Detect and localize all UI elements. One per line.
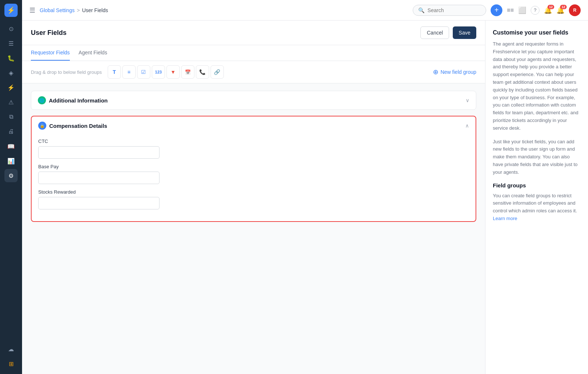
sidebar-item-inbox[interactable]: ☰ (4, 37, 18, 50)
page-title: User Fields (31, 29, 67, 37)
new-field-group-button[interactable]: ⊕ New field group (433, 68, 476, 76)
field-item-stocks-rewarded: Stocks Rewarded (38, 189, 469, 209)
search-icon: 🔍 (418, 7, 424, 13)
avatar[interactable]: R (569, 4, 581, 16)
search-box: 🔍 (413, 5, 486, 16)
panel-field-groups-desc: You can create field groups to restrict … (493, 192, 581, 223)
link-field-icon[interactable]: 🔗 (211, 65, 224, 79)
tab-agent-fields[interactable]: Agent Fields (79, 45, 107, 61)
sidebar-item-settings[interactable]: ⚙ (4, 169, 18, 182)
bell-badge: 12 (548, 5, 554, 9)
chevron-up-icon: ∧ (465, 123, 469, 129)
fields-scroll: 🌐 Additional Information ∨ 🔒 Compensatio… (22, 83, 485, 374)
page-actions: Cancel Save (420, 26, 476, 39)
compensation-group-title: 🔒 Compensation Details (38, 122, 107, 130)
sidebar-item-print[interactable]: 🖨 (4, 125, 18, 138)
dropdown-field-icon[interactable]: ▼ (166, 65, 180, 79)
content-area: User Fields Cancel Save Requestor Fields… (22, 21, 588, 374)
panel-description-2: Just like your ticket fields, you can ad… (493, 138, 581, 176)
sidebar-item-home[interactable]: ⊙ (4, 22, 18, 35)
field-toolbar: Drag & drop to below field groups T ≡ ☑ … (22, 61, 485, 83)
drag-label: Drag & drop to below field groups (31, 69, 102, 75)
panel-description-1: The agent and requester forms in Freshse… (493, 40, 581, 132)
sidebar-item-bolt[interactable]: ⚡ (4, 81, 18, 94)
checkbox-field-icon[interactable]: ☑ (137, 65, 150, 79)
hamburger-icon[interactable]: ☰ (29, 6, 35, 14)
breadcrumb: Global Settings > User Fields (40, 7, 108, 13)
text-field-icon[interactable]: T (108, 65, 121, 79)
breadcrumb-parent[interactable]: Global Settings (40, 7, 75, 13)
chevron-down-icon: ∨ (466, 97, 469, 103)
save-button[interactable]: Save (453, 26, 476, 39)
base-pay-label: Base Pay (38, 164, 469, 169)
list-nav-icon[interactable]: ≡≡ (507, 7, 514, 14)
field-group-additional-header[interactable]: 🌐 Additional Information ∨ (31, 91, 476, 109)
stocks-rewarded-input[interactable] (38, 197, 159, 209)
sidebar: ⚡ ⊙ ☰ 🐛 ◈ ⚡ ⚠ ⧉ 🖨 📖 📊 ⚙ ☁ ⊞ (0, 0, 22, 374)
alert-nav-icon[interactable]: 🔔 12 (556, 6, 564, 14)
add-button[interactable]: + (491, 4, 502, 16)
alert-badge: 12 (560, 5, 567, 9)
number-field-icon[interactable]: 123 (152, 65, 165, 79)
sidebar-item-chart[interactable]: 📊 (4, 154, 18, 168)
new-field-group-plus-icon: ⊕ (433, 68, 438, 76)
search-input[interactable] (427, 7, 479, 13)
base-pay-input[interactable] (38, 172, 159, 184)
page-header: User Fields Cancel Save (22, 21, 485, 45)
field-group-compensation-header[interactable]: 🔒 Compensation Details ∧ (32, 116, 476, 135)
topnav: ☰ Global Settings > User Fields 🔍 + ≡≡ ⬜… (22, 0, 588, 21)
sidebar-item-bug[interactable]: 🐛 (4, 51, 18, 65)
sidebar-item-alert[interactable]: ⚠ (4, 96, 18, 109)
breadcrumb-separator: > (77, 7, 80, 13)
tabs: Requestor Fields Agent Fields (22, 45, 485, 61)
topnav-right: 🔍 + ≡≡ ⬜ ? 🔔 12 🔔 12 R (413, 4, 581, 16)
window-nav-icon[interactable]: ⬜ (518, 6, 526, 14)
toolbar-icons: T ≡ ☑ 123 ▼ 📅 📞 🔗 (108, 65, 224, 79)
ctc-label: CTC (38, 139, 469, 144)
sidebar-item-book[interactable]: 📖 (4, 140, 18, 153)
main-wrapper: ☰ Global Settings > User Fields 🔍 + ≡≡ ⬜… (22, 0, 588, 374)
date-field-icon[interactable]: 📅 (181, 65, 194, 79)
page-content: User Fields Cancel Save Requestor Fields… (22, 21, 485, 374)
sidebar-item-apps[interactable]: ⊞ (4, 357, 18, 370)
help-nav-icon[interactable]: ? (531, 6, 539, 15)
tab-requestor-fields[interactable]: Requestor Fields (31, 45, 70, 61)
field-group-additional-information: 🌐 Additional Information ∨ (31, 91, 476, 110)
field-item-ctc: CTC (38, 139, 469, 159)
panel-field-groups-title: Field groups (493, 182, 581, 188)
globe-icon: 🌐 (38, 96, 46, 104)
lock-icon: 🔒 (38, 122, 46, 130)
field-item-base-pay: Base Pay (38, 164, 469, 184)
stocks-rewarded-label: Stocks Rewarded (38, 189, 469, 195)
sidebar-item-layers[interactable]: ⧉ (4, 110, 18, 123)
textarea-field-icon[interactable]: ≡ (122, 65, 136, 79)
right-panel: Customise your user fields The agent and… (485, 21, 588, 374)
learn-more-link[interactable]: Learn more (493, 216, 517, 221)
panel-title: Customise your user fields (493, 29, 581, 36)
new-field-group-label: New field group (441, 69, 476, 75)
field-group-compensation-body: CTC Base Pay Stocks Rewarded (32, 135, 476, 221)
sidebar-logo[interactable]: ⚡ (4, 4, 18, 17)
breadcrumb-current: User Fields (82, 7, 108, 13)
sidebar-item-cloud[interactable]: ☁ (4, 342, 18, 356)
sidebar-item-tag[interactable]: ◈ (4, 66, 18, 79)
phone-field-icon[interactable]: 📞 (196, 65, 209, 79)
ctc-input[interactable] (38, 146, 159, 159)
bell-icon[interactable]: 🔔 12 (544, 6, 552, 14)
additional-group-title: 🌐 Additional Information (38, 96, 108, 104)
field-group-compensation-details: 🔒 Compensation Details ∧ CTC Base Pay (31, 116, 476, 222)
cancel-button[interactable]: Cancel (420, 26, 449, 39)
